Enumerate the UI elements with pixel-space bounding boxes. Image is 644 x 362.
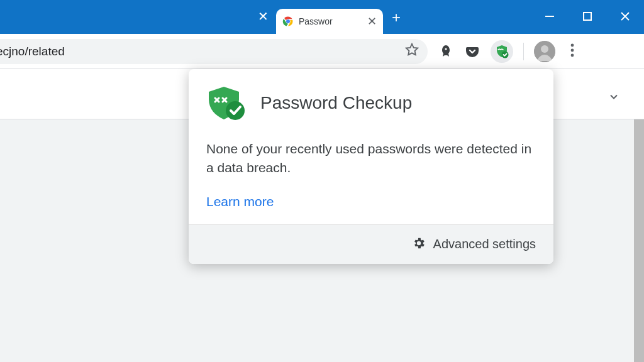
advanced-settings-label: Advanced settings	[433, 237, 536, 251]
bookmark-star-icon[interactable]	[405, 43, 419, 60]
popup-title: Password Checkup	[260, 93, 412, 113]
browser-menu-icon[interactable]	[565, 43, 579, 60]
rocket-extension-icon[interactable]	[438, 43, 454, 60]
svg-point-10	[541, 45, 548, 53]
window-controls	[531, 0, 644, 34]
tabs-area: ✕ Passwor ✕ +	[258, 0, 401, 34]
address-bar[interactable]: ecjno/related	[0, 39, 428, 64]
pocket-extension-icon[interactable]	[464, 43, 480, 60]
address-text: ecjno/related	[0, 45, 65, 58]
collapse-chevron-icon[interactable]	[608, 90, 620, 106]
tab-title: Passwor	[299, 16, 362, 26]
svg-rect-2	[545, 16, 554, 17]
svg-point-12	[571, 48, 574, 52]
svg-point-7	[445, 48, 447, 50]
svg-point-13	[571, 53, 574, 57]
popup-content: Password Checkup None of your recently u…	[189, 69, 553, 224]
toolbar: ecjno/related	[0, 34, 644, 69]
shield-check-icon	[206, 85, 247, 121]
maximize-button[interactable]	[569, 6, 606, 26]
close-previous-tab-icon[interactable]: ✕	[258, 9, 269, 24]
popup-header: Password Checkup	[206, 85, 536, 121]
title-bar: ✕ Passwor ✕ +	[0, 0, 644, 34]
svg-point-1	[286, 19, 290, 23]
active-tab[interactable]: Passwor ✕	[276, 9, 383, 34]
toolbar-icons	[438, 40, 579, 63]
chrome-favicon-icon	[282, 16, 294, 27]
password-checkup-popup: Password Checkup None of your recently u…	[189, 69, 553, 264]
svg-point-11	[571, 43, 574, 47]
scrollbar[interactable]	[634, 119, 644, 362]
close-tab-icon[interactable]: ✕	[367, 16, 377, 27]
toolbar-separator	[523, 43, 524, 60]
learn-more-link[interactable]: Learn more	[206, 194, 274, 209]
advanced-settings-button[interactable]: Advanced settings	[189, 224, 553, 264]
close-window-button[interactable]	[606, 6, 644, 26]
password-checkup-extension-icon[interactable]	[491, 40, 513, 63]
svg-rect-3	[584, 13, 591, 20]
profile-avatar[interactable]	[534, 41, 555, 62]
gear-icon	[412, 236, 426, 253]
svg-marker-6	[406, 44, 418, 55]
popup-body-text: None of your recently used passwords wer…	[206, 140, 536, 178]
minimize-button[interactable]	[531, 6, 569, 26]
new-tab-button[interactable]: +	[392, 10, 401, 25]
